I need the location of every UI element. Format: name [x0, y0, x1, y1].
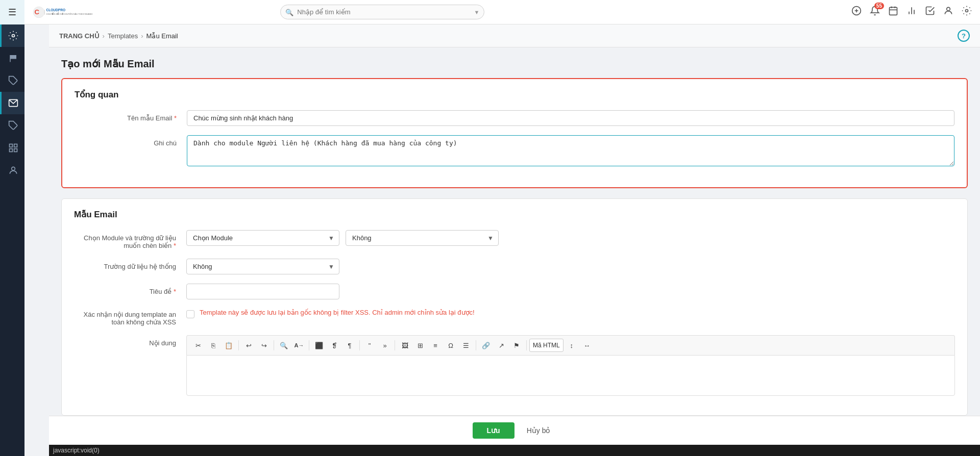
breadcrumb-home[interactable]: TRANG CHỦ [59, 32, 100, 40]
toolbar-table[interactable]: ⊞ [413, 339, 427, 352]
sidebar-item-user[interactable] [0, 159, 24, 182]
page-title: Tạo mới Mẫu Email [61, 58, 968, 70]
sidebar: ☰ [0, 0, 24, 456]
xss-content: Template này sẽ được lưu lại bản gốc khô… [186, 309, 955, 318]
subject-input[interactable] [186, 284, 339, 299]
toolbar-format1[interactable]: ⬛ [312, 339, 326, 352]
svg-rect-6 [14, 144, 17, 147]
sidebar-item-settings[interactable] [0, 24, 24, 47]
page-body: Tạo mới Mẫu Email Tổng quan Tên mẫu Emai… [49, 47, 980, 416]
note-label: Ghi chú [75, 135, 187, 147]
editor-content-area[interactable] [186, 355, 955, 396]
toolbar-undo[interactable]: ↩ [241, 339, 256, 352]
toolbar-copy[interactable]: ⎘ [206, 339, 220, 352]
sidebar-item-puzzle2[interactable] [0, 114, 24, 137]
breadcrumb-sep1: › [103, 32, 105, 40]
editor-wrap: ✂ ⎘ 📋 ↩ ↪ 🔍 A→ [186, 335, 955, 396]
sidebar-item-puzzle1[interactable] [0, 69, 24, 92]
toolbar-image[interactable]: 🖼 [398, 339, 412, 352]
email-name-required: * [174, 114, 177, 122]
toolbar-redo[interactable]: ↪ [257, 339, 271, 352]
toolbar-quote2[interactable]: » [378, 339, 392, 352]
toolbar-link[interactable]: 🔗 [479, 339, 493, 352]
module-controls: Chọn Module ▼ Không ▼ [186, 230, 955, 246]
main-content: C CLOUDPRO CHUYỂN ĐỔI SỐ CHUYÊN SÂU THEO… [49, 24, 980, 456]
editor-toolbar: ✂ ⎘ 📋 ↩ ↪ 🔍 A→ [186, 335, 955, 355]
email-name-control [187, 110, 954, 126]
xss-row: Xác nhận nội dung template an toàn không… [74, 309, 955, 326]
system-field-select-wrap: Không ▼ [186, 259, 339, 274]
toolbar-format3[interactable]: ¶ [342, 339, 357, 352]
module-secondary-select-wrap: Không ▼ [346, 230, 499, 246]
section-overview: Tổng quan Tên mẫu Email * Ghi chú Dành c… [61, 78, 968, 188]
toolbar-quote1[interactable]: " [362, 339, 377, 352]
svg-point-0 [12, 35, 14, 37]
toolbar-anchor[interactable]: ⚑ [509, 339, 524, 352]
module-secondary-select[interactable]: Không [346, 230, 499, 246]
email-name-label: Tên mẫu Email * [75, 110, 187, 122]
bottom-action-bar: Lưu Hủy bỏ [49, 416, 980, 445]
help-button[interactable]: ? [958, 30, 970, 42]
system-field-label: Trường dữ liệu hệ thống [74, 259, 186, 270]
sep4 [359, 340, 360, 350]
sep3 [309, 340, 309, 350]
toolbar-expand[interactable]: ↕ [565, 339, 579, 352]
sep5 [395, 340, 395, 350]
system-field-row: Trường dữ liệu hệ thống Không ▼ [74, 259, 955, 274]
svg-point-9 [11, 167, 15, 170]
module-row: Chọn Module và trường dữ liệu muốn chèn … [74, 230, 955, 249]
breadcrumb-current: Mẫu Email [146, 32, 178, 40]
sep1 [238, 340, 239, 350]
sidebar-item-flag[interactable] [0, 47, 24, 69]
svg-rect-8 [14, 149, 17, 152]
xss-checkbox[interactable] [186, 310, 194, 318]
toolbar-unlink[interactable]: ↗ [494, 339, 508, 352]
xss-warning-text: Template này sẽ được lưu lại bản gốc khô… [200, 309, 475, 316]
module-select[interactable]: Chọn Module [186, 230, 339, 246]
sep7 [526, 340, 527, 350]
toolbar-paste[interactable]: 📋 [222, 339, 236, 352]
svg-rect-7 [9, 149, 12, 152]
toolbar-list[interactable]: ☰ [459, 339, 473, 352]
toolbar-find[interactable]: 🔍 [277, 339, 291, 352]
module-select-wrap: Chọn Module ▼ [186, 230, 339, 246]
status-text: javascript:void(0) [53, 447, 100, 454]
svg-rect-5 [9, 144, 12, 147]
status-bar: javascript:void(0) [49, 445, 980, 456]
note-textarea[interactable]: Dành cho module Người liên hệ (Khách hàn… [187, 135, 954, 166]
content-label: Nội dung [74, 335, 186, 347]
breadcrumb-sep2: › [141, 32, 143, 40]
module-selects: Chọn Module ▼ Không ▼ [186, 230, 955, 246]
toolbar-align[interactable]: ≡ [428, 339, 443, 352]
sidebar-menu-toggle[interactable]: ☰ [0, 0, 24, 24]
content-row: Nội dung ✂ ⎘ 📋 ↩ ↪ [74, 335, 955, 396]
xss-label: Xác nhận nội dung template an toàn không… [74, 309, 186, 326]
save-button[interactable]: Lưu [473, 422, 514, 439]
toolbar-format2[interactable]: ❡ [327, 339, 341, 352]
toolbar-html-code[interactable]: Mã HTML [529, 339, 564, 352]
subject-label: Tiêu đề * [74, 284, 186, 295]
subject-control [186, 284, 955, 299]
breadcrumb-templates[interactable]: Templates [108, 32, 138, 40]
system-field-select[interactable]: Không [186, 259, 339, 274]
sidebar-item-email[interactable] [0, 92, 24, 114]
email-name-input[interactable] [187, 110, 954, 126]
email-name-row: Tên mẫu Email * [75, 110, 954, 126]
sidebar-item-grid[interactable] [0, 137, 24, 159]
toolbar-cut[interactable]: ✂ [191, 339, 205, 352]
section-email-title: Mẫu Email [74, 209, 955, 220]
module-label: Chọn Module và trường dữ liệu muốn chèn … [74, 230, 186, 249]
toolbar-replace[interactable]: A→ [292, 339, 306, 352]
toolbar-fullscreen[interactable]: ↔ [580, 339, 594, 352]
sep6 [476, 340, 476, 350]
breadcrumb: TRANG CHỦ › Templates › Mẫu Email ? [49, 24, 980, 47]
cancel-button[interactable]: Hủy bỏ [521, 422, 557, 439]
note-row: Ghi chú Dành cho module Người liên hệ (K… [75, 135, 954, 168]
sep2 [274, 340, 274, 350]
section-email: Mẫu Email Chọn Module và trường dữ liệu … [61, 198, 968, 416]
system-field-control: Không ▼ [186, 259, 955, 274]
subject-row: Tiêu đề * [74, 284, 955, 299]
toolbar-special[interactable]: Ω [444, 339, 458, 352]
section-overview-title: Tổng quan [75, 89, 954, 100]
note-control: Dành cho module Người liên hệ (Khách hàn… [187, 135, 954, 168]
